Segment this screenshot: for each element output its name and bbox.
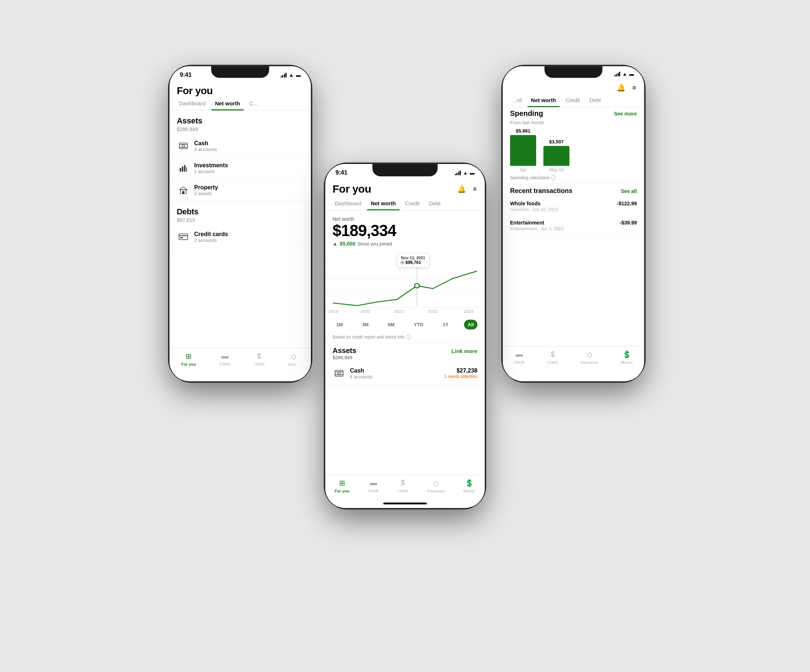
right-see-all[interactable]: See all (621, 188, 637, 194)
notch-left (211, 66, 269, 78)
tab-debt-center[interactable]: Debt (426, 197, 444, 210)
nav-cards-left[interactable]: ▬ Cards (219, 352, 230, 366)
battery-icon-center: ▬ (470, 170, 474, 175)
nav-loans-right[interactable]: $ Loans (547, 350, 558, 364)
nav-loans-left[interactable]: $ Loans (253, 352, 265, 366)
filter-1y[interactable]: 1Y (439, 320, 452, 330)
tab-credit-right[interactable]: Credit (562, 93, 584, 107)
networth-amount: $189,334 (332, 222, 478, 239)
loans-label-left: Loans (253, 362, 265, 366)
nav-foryou-center[interactable]: ⊞ For you (335, 479, 349, 493)
filter-all[interactable]: All (464, 320, 478, 330)
nav-money-center[interactable]: 💲 Money (463, 479, 475, 493)
insurance-label-left: Insu... (288, 362, 299, 366)
tab-credit-center[interactable]: Credit (402, 197, 424, 210)
right-app-content: 🔔 ≡ ...rd Net worth Credit Debt Spending… (503, 79, 644, 378)
tab-dashboard-left[interactable]: Dashboard (176, 97, 209, 110)
left-cash-name: Cash (194, 140, 217, 147)
left-property-text: Property 2 assets (194, 184, 218, 196)
status-icons-right: ▲ ▬ (614, 71, 634, 77)
filter-6m[interactable]: 6M (384, 320, 398, 330)
center-cash-text: Cash 4 accounts (350, 367, 373, 379)
svg-marker-8 (180, 187, 187, 190)
filter-ytd[interactable]: YTD (410, 320, 427, 330)
left-creditcards-item[interactable]: Credit cards 2 accounts (170, 226, 311, 248)
left-tabs: Dashboard Net worth C... (170, 97, 311, 110)
foryou-icon-left: ⊞ (186, 352, 192, 360)
tab-networth-left[interactable]: Net worth (211, 97, 243, 110)
tab-debt-right[interactable]: Debt (586, 93, 604, 107)
tab-rd-right[interactable]: ...rd (509, 93, 525, 107)
transaction-meta-2: Entertainment · Jun 3, 2023 (510, 226, 637, 231)
nav-cards-center[interactable]: ▬ Cards (368, 479, 378, 493)
right-header-icons: 🔔 ≡ (616, 83, 637, 92)
menu-icon-center[interactable]: ≡ (473, 185, 478, 193)
nav-foryou-left[interactable]: ⊞ For you (182, 352, 196, 366)
transaction-amount-2: -$39.99 (620, 220, 637, 226)
left-investments-sub: 1 account (194, 169, 228, 174)
center-app-content: For you 🔔 ≡ Dashboard Net worth Credit D… (325, 179, 485, 507)
foryou-nav-label-center: For you (335, 489, 349, 493)
tab-networth-right[interactable]: Net worth (527, 93, 560, 107)
nav-insurance-center[interactable]: ◇ Insurance (427, 479, 444, 493)
left-cash-item[interactable]: Cash 4 accounts (170, 135, 311, 157)
left-debts-total: $97,615 (177, 217, 304, 223)
right-transactions-header: Recent transactions See all (503, 184, 644, 197)
left-header: For you (170, 81, 311, 97)
cash-icon-center (332, 367, 346, 380)
tab-networth-center[interactable]: Net worth (367, 197, 399, 210)
left-property-item[interactable]: Property 2 assets (170, 179, 311, 201)
insurance-icon-left: ◇ (291, 352, 296, 360)
left-cash-text: Cash 4 accounts (194, 140, 217, 152)
info-icon-center: i (406, 335, 411, 340)
signal-icon-center (455, 170, 461, 175)
nav-cards-right[interactable]: ▬ Cards (514, 350, 525, 364)
nav-money-right[interactable]: 💲 Money (621, 350, 633, 365)
credit-info-text: Based on credit report and linked info (332, 335, 405, 340)
right-transaction-2[interactable]: Entertainment -$39.99 Entertainment · Ju… (503, 216, 644, 235)
right-transactions-title: Recent transactions (510, 187, 572, 195)
left-investments-item[interactable]: Investments 1 account (170, 157, 311, 179)
menu-icon-right[interactable]: ≡ (632, 84, 637, 92)
bar-label-may: May 16 (549, 167, 563, 172)
filter-3m[interactable]: 3M (359, 320, 372, 330)
transaction-name-2: Entertainment (510, 220, 544, 226)
svg-point-19 (414, 283, 419, 288)
center-time-filters: 1M 3M 6M YTD 1Y All (325, 318, 485, 332)
nav-insurance-right[interactable]: ◇ Insurance (581, 350, 598, 365)
money-nav-icon-right: 💲 (623, 350, 631, 359)
tab-dashboard-center[interactable]: Dashboard (331, 197, 365, 210)
nav-loans-center[interactable]: $ Loans (397, 479, 408, 493)
bell-icon-center[interactable]: 🔔 (457, 185, 466, 193)
svg-rect-6 (184, 165, 186, 172)
svg-text:2020: 2020 (360, 310, 370, 313)
loans-nav-icon-right: $ (551, 350, 555, 359)
bar-apr (510, 135, 536, 166)
battery-icon-left: ▬ (296, 72, 301, 78)
transaction-row-1: Whole foods -$122.99 (510, 200, 637, 206)
filter-1m[interactable]: 1M (332, 320, 346, 330)
center-cash-right: $27,238 1 needs attention (444, 367, 478, 379)
link-more-button[interactable]: Link more (451, 348, 478, 354)
tooltip-dot (401, 261, 404, 264)
networth-label: Net worth (332, 216, 478, 222)
right-transaction-1[interactable]: Whole foods -$122.99 Groceries · Jun 10,… (503, 197, 644, 216)
battery-icon-right: ▬ (629, 71, 634, 77)
time-left: 9:41 (180, 71, 192, 79)
cards-nav-label-center: Cards (368, 488, 378, 493)
left-debts-title: Debts (177, 207, 304, 217)
center-cash-item[interactable]: Cash 4 accounts $27,238 1 needs attentio… (325, 362, 485, 384)
tooltip-val: $99,761 (401, 260, 425, 265)
center-assets-title: Assets $286,949 (332, 347, 356, 360)
tab-more-left[interactable]: C... (246, 97, 262, 110)
bar-amount-apr: $5,981 (516, 128, 530, 134)
right-see-more[interactable]: See more (614, 111, 637, 116)
transaction-meta-1: Groceries · Jun 10, 2023 (510, 207, 637, 212)
bell-icon-right[interactable]: 🔔 (616, 83, 626, 92)
left-assets-section: Assets $286,949 (170, 110, 311, 135)
left-property-sub: 2 assets (194, 191, 218, 196)
left-app-content: For you Dashboard Net worth C... Assets … (170, 81, 311, 380)
center-cash-notice: 1 needs attention (444, 374, 478, 379)
cards-label-left: Cards (219, 362, 230, 366)
nav-insurance-left[interactable]: ◇ Insu... (288, 352, 299, 366)
